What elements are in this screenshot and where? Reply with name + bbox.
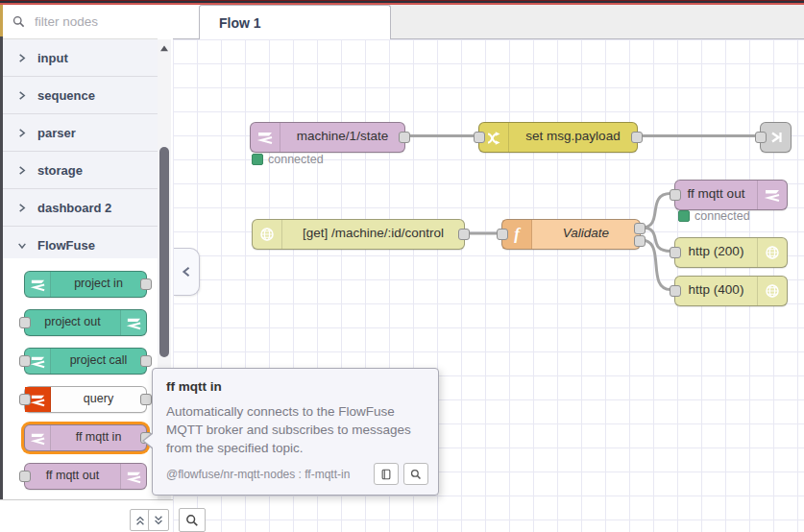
category-label: parser: [37, 126, 76, 140]
palette-category-parser[interactable]: parser: [3, 114, 158, 152]
input-port[interactable]: [670, 285, 681, 297]
node-label: set msg.payload: [509, 123, 637, 152]
status-dot-icon: [252, 154, 263, 165]
node-info-tooltip: ff mqtt in Automatically connects to the…: [152, 368, 439, 496]
globe-icon: [253, 220, 282, 249]
node-label: http (200): [675, 238, 757, 267]
expand-all-button[interactable]: [148, 509, 169, 531]
flowfuse-icon: [25, 425, 51, 450]
node-link-out[interactable]: [760, 122, 792, 153]
category-label: dashboard 2: [37, 201, 111, 215]
palette-node-project-out[interactable]: project out: [24, 309, 147, 336]
flowfuse-icon: [25, 272, 51, 297]
scroll-up-button[interactable]: [159, 42, 169, 54]
tooltip-title: ff mqtt in: [166, 379, 425, 394]
output-port[interactable]: [399, 132, 410, 143]
tabbar-left-spacer: [173, 5, 199, 39]
node-set-msg-payload[interactable]: set msg.payload: [478, 122, 638, 153]
palette-node-label: project call: [51, 349, 146, 374]
category-label: FlowFuse: [37, 238, 95, 253]
status-text: connected: [694, 209, 750, 223]
chevron-down-icon: [17, 241, 27, 250]
search-icon: [12, 15, 25, 28]
node-label: Validate: [532, 220, 640, 249]
palette-toggle-button[interactable]: [174, 248, 200, 296]
output-port[interactable]: [140, 278, 152, 290]
palette-node-list: project in project out project call quer…: [3, 258, 158, 499]
chevron-right-icon: [17, 53, 27, 63]
node-http-400[interactable]: http (400): [674, 276, 788, 306]
output-port-1[interactable]: [634, 223, 646, 234]
status-text: connected: [268, 153, 324, 166]
tooltip-description: Automatically connects to the FlowFuse M…: [166, 402, 425, 457]
chevron-right-icon: [17, 90, 27, 101]
search-node-button[interactable]: [403, 463, 428, 485]
magnifier-icon: [185, 514, 199, 527]
palette-filter: [3, 5, 158, 39]
double-chevron-up-icon: [134, 515, 146, 526]
palette-node-query[interactable]: query: [24, 386, 147, 413]
node-status: connected: [252, 153, 324, 166]
chevron-right-icon: [17, 128, 27, 138]
input-port[interactable]: [19, 471, 31, 482]
node-http-200[interactable]: http (200): [674, 237, 788, 268]
chevron-right-icon: [17, 203, 27, 213]
node-machine-1-state[interactable]: machine/1/state: [250, 122, 405, 153]
globe-icon: [757, 238, 787, 267]
flowfuse-icon: [120, 464, 146, 489]
chevron-left-icon: [181, 265, 192, 278]
output-port[interactable]: [140, 355, 152, 367]
input-port[interactable]: [670, 189, 681, 201]
tab-flow-1[interactable]: Flow 1: [199, 5, 391, 39]
chevron-right-icon: [17, 165, 27, 176]
category-label: input: [37, 51, 68, 65]
magnifier-icon: [410, 469, 422, 480]
tabbar-background: [389, 5, 804, 39]
palette-node-label: project in: [51, 272, 146, 297]
status-dot-icon: [678, 210, 690, 222]
palette-category-dashboard-2[interactable]: dashboard 2: [3, 189, 158, 227]
book-icon: [380, 469, 392, 480]
help-button[interactable]: [374, 463, 399, 485]
palette-categories: input sequence parser storage dashboard …: [3, 39, 158, 264]
input-port[interactable]: [19, 317, 31, 328]
flowfuse-icon: [757, 181, 787, 209]
scrollbar-thumb[interactable]: [159, 147, 169, 357]
palette-category-input[interactable]: input: [3, 39, 158, 77]
flowfuse-icon: [120, 310, 146, 335]
palette-node-ff-mqtt-out[interactable]: ff mqtt out: [24, 463, 147, 490]
double-chevron-down-icon: [153, 515, 164, 526]
tab-label: Flow 1: [219, 15, 261, 31]
canvas-search-button[interactable]: [179, 508, 206, 532]
node-label: ff mqtt out: [675, 181, 757, 209]
node-ff-mqtt-out[interactable]: ff mqtt out: [674, 180, 788, 210]
palette-node-label: project out: [25, 310, 120, 335]
category-label: storage: [37, 163, 83, 178]
palette-category-sequence[interactable]: sequence: [3, 77, 158, 114]
tooltip-footer: @flowfuse/nr-mqtt-nodes : ff-mqtt-in: [166, 463, 428, 485]
node-validate-function[interactable]: f Validate: [501, 219, 641, 250]
palette-node-label: ff mqtt in: [51, 425, 146, 450]
palette-category-storage[interactable]: storage: [3, 152, 158, 189]
input-port[interactable]: [19, 394, 31, 405]
output-port[interactable]: [458, 229, 470, 240]
palette-node-ff-mqtt-in[interactable]: ff mqtt in: [24, 424, 147, 451]
category-label: sequence: [37, 88, 95, 103]
node-status: connected: [678, 209, 750, 223]
node-label: [get] /machine/:id/control: [282, 220, 464, 249]
palette-node-project-call[interactable]: project call: [24, 348, 147, 375]
node-http-in[interactable]: [get] /machine/:id/control: [252, 219, 465, 250]
filter-nodes-input[interactable]: [33, 13, 142, 30]
flowfuse-icon: [251, 123, 280, 152]
output-port-2[interactable]: [634, 235, 646, 247]
input-port[interactable]: [474, 132, 485, 143]
globe-icon: [757, 277, 787, 305]
node-label: machine/1/state: [280, 123, 404, 152]
input-port[interactable]: [497, 229, 508, 240]
input-port[interactable]: [19, 355, 31, 367]
input-port[interactable]: [670, 247, 681, 258]
palette-node-project-in[interactable]: project in: [24, 271, 147, 298]
output-port[interactable]: [140, 394, 152, 405]
input-port[interactable]: [755, 132, 767, 143]
output-port[interactable]: [631, 132, 643, 143]
